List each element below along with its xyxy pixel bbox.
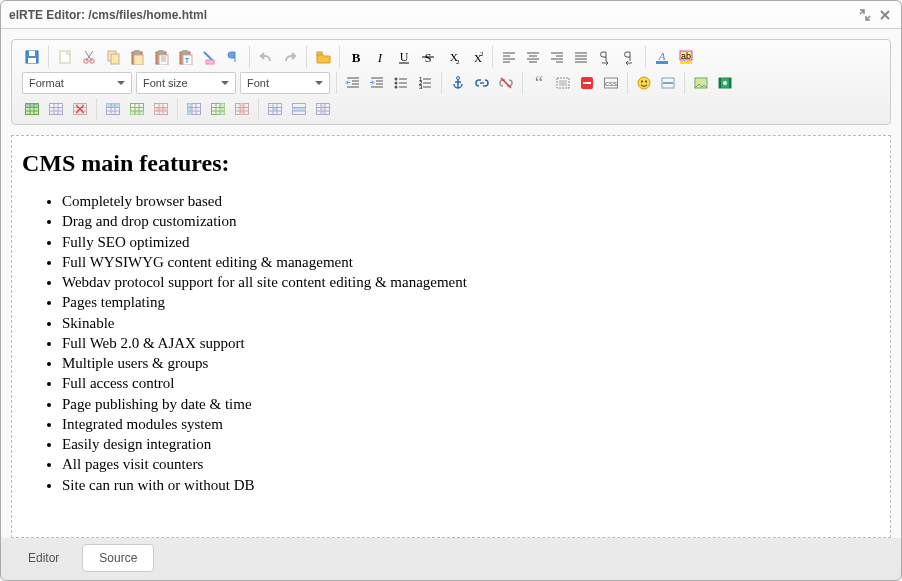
svg-point-35 [395, 78, 398, 81]
italic-icon[interactable]: I [369, 46, 391, 68]
col-delete-icon[interactable] [231, 98, 253, 120]
link-icon[interactable] [471, 72, 493, 94]
list-item: Drag and drop customization [62, 211, 880, 231]
svg-rect-9 [134, 55, 143, 65]
col-before-icon[interactable] [183, 98, 205, 120]
bold-icon[interactable]: B [345, 46, 367, 68]
col-after-icon[interactable] [207, 98, 229, 120]
close-icon[interactable] [877, 7, 893, 23]
css-class-icon[interactable]: css [600, 72, 622, 94]
list-item: Full access control [62, 373, 880, 393]
align-left-icon[interactable] [498, 46, 520, 68]
cell-props-icon[interactable] [264, 98, 286, 120]
list-item: Fully SEO optimized [62, 232, 880, 252]
svg-rect-72 [220, 104, 225, 115]
list-item: Site can run with or without DB [62, 475, 880, 495]
align-right-icon[interactable] [546, 46, 568, 68]
cell-split-icon[interactable] [312, 98, 334, 120]
svg-text:3: 3 [419, 84, 423, 90]
div-icon[interactable] [552, 72, 574, 94]
toolbar-row-2: Format Font size Font 123 “ [16, 70, 886, 96]
tab-editor[interactable]: Editor [11, 544, 76, 572]
window-title: elRTE Editor: /cms/files/home.html [9, 8, 853, 22]
list-item: Completely browser based [62, 191, 880, 211]
font-color-icon[interactable]: A [651, 46, 673, 68]
svg-point-49 [641, 81, 643, 83]
copy-icon[interactable] [102, 46, 124, 68]
bottom-tabs: Editor Source [1, 538, 901, 580]
svg-rect-79 [317, 104, 330, 115]
unlink-icon[interactable] [495, 72, 517, 94]
outdent-icon[interactable] [342, 72, 364, 94]
list-item: Webdav protocol support for all site con… [62, 272, 880, 292]
table-delete-icon[interactable] [69, 98, 91, 120]
svg-rect-60 [26, 104, 39, 107]
superscript-icon[interactable]: X2 [465, 46, 487, 68]
svg-rect-70 [188, 104, 193, 115]
anchor-icon[interactable] [447, 72, 469, 94]
list-item: Full Web 2.0 & AJAX support [62, 333, 880, 353]
paste-icon[interactable] [126, 46, 148, 68]
svg-rect-57 [729, 78, 731, 88]
editor-content: T B I U S X2 X2 [1, 29, 901, 538]
undo-icon[interactable] [255, 46, 277, 68]
hr-icon[interactable] [657, 72, 679, 94]
list-item: Page publishing by date & time [62, 394, 880, 414]
table-insert-icon[interactable] [21, 98, 43, 120]
toolbar: T B I U S X2 X2 [11, 39, 891, 125]
cell-merge-icon[interactable] [288, 98, 310, 120]
row-after-icon[interactable] [126, 98, 148, 120]
rtl-icon[interactable] [618, 46, 640, 68]
remove-format-icon[interactable] [198, 46, 220, 68]
list-item: All pages visit counters [62, 454, 880, 474]
svg-rect-34 [680, 61, 692, 64]
flash-icon[interactable] [714, 72, 736, 94]
file-manager-icon[interactable] [312, 46, 334, 68]
svg-text:“: “ [535, 75, 543, 91]
unordered-list-icon[interactable] [390, 72, 412, 94]
paste-text-icon[interactable]: T [174, 46, 196, 68]
svg-text:css: css [605, 79, 617, 88]
svg-text:I: I [377, 50, 383, 65]
show-blocks-icon[interactable] [222, 46, 244, 68]
list-item: Integrated modules system [62, 414, 880, 434]
subscript-icon[interactable]: X2 [441, 46, 463, 68]
expand-icon[interactable] [857, 7, 873, 23]
svg-rect-56 [719, 78, 721, 88]
table-props-icon[interactable] [45, 98, 67, 120]
editor-window: elRTE Editor: /cms/files/home.html T [0, 0, 902, 581]
svg-point-54 [698, 81, 701, 84]
font-select[interactable]: Font [240, 72, 330, 94]
new-doc-icon[interactable] [54, 46, 76, 68]
row-delete-icon[interactable] [150, 98, 172, 120]
image-icon[interactable] [690, 72, 712, 94]
stopfloat-icon[interactable] [576, 72, 598, 94]
fontsize-select[interactable]: Font size [136, 72, 236, 94]
underline-icon[interactable]: U [393, 46, 415, 68]
bg-color-icon[interactable]: ab [675, 46, 697, 68]
list-item: Easily design integration [62, 434, 880, 454]
strike-icon[interactable]: S [417, 46, 439, 68]
align-center-icon[interactable] [522, 46, 544, 68]
redo-icon[interactable] [279, 46, 301, 68]
tab-source[interactable]: Source [82, 544, 154, 572]
svg-rect-18 [206, 60, 214, 64]
feature-list: Completely browser basedDrag and drop cu… [22, 191, 880, 495]
smiley-icon[interactable] [633, 72, 655, 94]
save-icon[interactable] [21, 46, 43, 68]
svg-rect-45 [583, 82, 591, 84]
toolbar-row-3 [16, 96, 886, 122]
cut-icon[interactable] [78, 46, 100, 68]
ltr-icon[interactable] [594, 46, 616, 68]
format-select[interactable]: Format [22, 72, 132, 94]
ordered-list-icon[interactable]: 123 [414, 72, 436, 94]
align-justify-icon[interactable] [570, 46, 592, 68]
row-before-icon[interactable] [102, 98, 124, 120]
titlebar: elRTE Editor: /cms/files/home.html [1, 1, 901, 29]
svg-rect-78 [293, 108, 306, 112]
paste-formatted-icon[interactable] [150, 46, 172, 68]
editable-area[interactable]: CMS main features: Completely browser ba… [11, 135, 891, 538]
indent-icon[interactable] [366, 72, 388, 94]
svg-point-36 [395, 82, 398, 85]
blockquote-icon[interactable]: “ [528, 72, 550, 94]
